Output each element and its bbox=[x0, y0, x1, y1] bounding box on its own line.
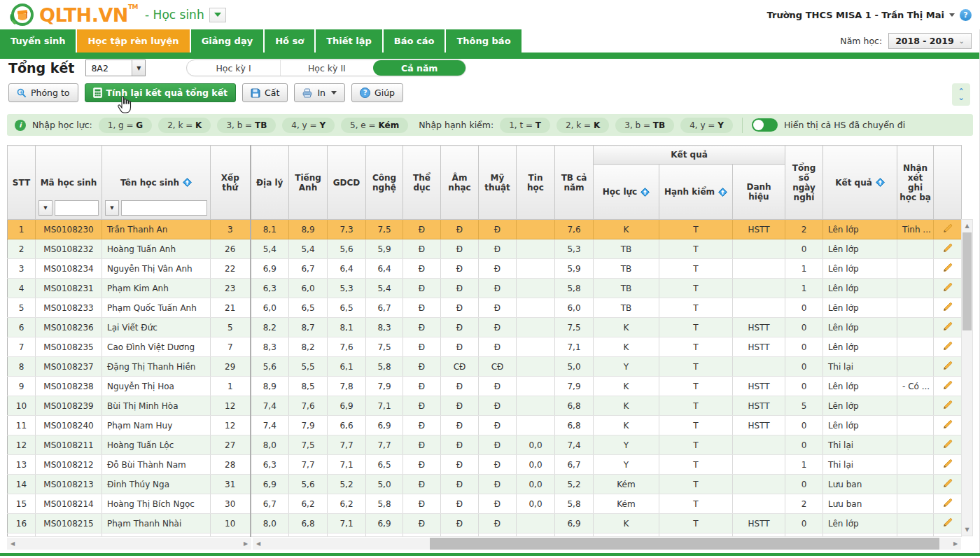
module-dropdown-button[interactable] bbox=[209, 8, 226, 22]
table-row[interactable]: 1MS0108230Trần Thanh An38,18,97,37,5ĐĐĐ7… bbox=[8, 220, 962, 239]
table-row[interactable]: 4MS0108231Phạm Kim Anh236,36,05,35,4ĐĐĐ5… bbox=[8, 279, 962, 298]
year-select[interactable]: 2018 - 2019⌄ bbox=[888, 33, 972, 49]
cell-edit[interactable] bbox=[934, 494, 962, 514]
table-row[interactable]: 8MS0108237Đặng Thị Thanh Hiền295,65,56,1… bbox=[8, 357, 962, 377]
cell-edit[interactable] bbox=[934, 239, 962, 259]
cell-edit[interactable] bbox=[934, 455, 962, 475]
cell-edit[interactable] bbox=[934, 298, 962, 318]
cell-edit[interactable] bbox=[934, 318, 962, 337]
edit-pencil-icon[interactable] bbox=[942, 458, 953, 469]
class-select[interactable]: 8A2 ▼ bbox=[85, 60, 146, 76]
cell-edit[interactable] bbox=[934, 435, 962, 455]
segment-option[interactable]: Cả năm bbox=[373, 60, 465, 76]
collapse-expand-button[interactable]: ⌃⌄ bbox=[952, 83, 970, 106]
edit-pencil-icon[interactable] bbox=[942, 262, 953, 273]
cell-edit[interactable] bbox=[934, 396, 962, 416]
scroll-left-arrow[interactable]: ◀ bbox=[253, 538, 264, 550]
col-header-gdcd[interactable]: GDCD bbox=[328, 146, 366, 220]
edit-pencil-icon[interactable] bbox=[942, 301, 953, 312]
edit-pencil-icon[interactable] bbox=[942, 517, 953, 528]
col-header-xep-thu[interactable]: Xếp thứ bbox=[211, 146, 251, 220]
col-header-my-thuat[interactable]: Mỹ thuật bbox=[479, 146, 517, 220]
col-header-tin-hoc[interactable]: Tin học bbox=[517, 146, 555, 220]
table-row[interactable]: 3MS0108234Nguyễn Thị Vân Anh226,96,76,46… bbox=[8, 259, 962, 279]
edit-pencil-icon[interactable] bbox=[942, 223, 953, 234]
scroll-left-arrow[interactable]: ◀ bbox=[7, 538, 18, 550]
edit-pencil-icon[interactable] bbox=[942, 321, 953, 332]
scroll-right-arrow[interactable]: ▶ bbox=[950, 538, 961, 550]
cell-edit[interactable] bbox=[934, 416, 962, 435]
cell-edit[interactable] bbox=[934, 220, 962, 239]
col-header-the-duc[interactable]: Thể dục bbox=[403, 146, 441, 220]
cell-edit[interactable] bbox=[934, 259, 962, 279]
table-row-partial[interactable] bbox=[8, 533, 962, 537]
table-row[interactable]: 12MS0108211Hoàng Tuấn Lộc278,07,57,77,7Đ… bbox=[8, 435, 962, 455]
scroll-up-arrow[interactable]: ▲ bbox=[962, 221, 972, 231]
table-row[interactable]: 16MS0108215Phạm Thanh Nhài108,06,87,16,9… bbox=[8, 514, 962, 533]
col-header-ma-hoc-sinh[interactable]: Mã học sinh▼ bbox=[36, 146, 102, 220]
col-header-ket-qua[interactable]: Kết quả bbox=[823, 146, 897, 220]
table-row[interactable]: 11MS0108240Phạm Nam Huy127,47,96,66,9ĐĐĐ… bbox=[8, 416, 962, 435]
col-header-tb-ca-nam[interactable]: TB cả năm bbox=[555, 146, 594, 220]
col-header-am-nhac[interactable]: Âm nhạc bbox=[441, 146, 479, 220]
frozen-pane-hscrollbar[interactable]: ◀ ▶ bbox=[7, 538, 251, 550]
table-row[interactable]: 15MS0108214Hoàng Thị Bích Ngọc306,76,26,… bbox=[8, 494, 962, 514]
help-icon[interactable]: ? bbox=[960, 9, 972, 21]
col-header-tieng-anh[interactable]: Tiếng Anh bbox=[289, 146, 328, 220]
vertical-scrollbar[interactable]: ▲ ▼ bbox=[961, 219, 973, 536]
edit-pencil-icon[interactable] bbox=[942, 497, 953, 508]
save-button[interactable]: Cất bbox=[242, 83, 288, 102]
nav-tab[interactable]: Báo cáo bbox=[384, 29, 445, 53]
table-row[interactable]: 10MS0108239Bùi Thị Minh Hòa127,47,66,97,… bbox=[8, 396, 962, 416]
table-row[interactable]: 7MS0108235Cao Đình Việt Dương78,38,27,67… bbox=[8, 337, 962, 357]
filter-dropdown-button[interactable]: ▼ bbox=[105, 200, 119, 216]
table-row[interactable]: 2MS0108232Hoàng Tuấn Anh265,45,45,65,9ĐĐ… bbox=[8, 239, 962, 259]
school-user-label[interactable]: Trường THCS MISA 1 - Trần Thị Mai bbox=[767, 10, 944, 20]
recalculate-button[interactable]: Tính lại kết quả tổng kết bbox=[85, 83, 237, 102]
col-header-stt[interactable]: STT bbox=[8, 146, 36, 220]
edit-pencil-icon[interactable] bbox=[942, 419, 953, 430]
cell-edit[interactable] bbox=[934, 279, 962, 298]
col-header-tong-so-ngay-nghi[interactable]: Tổng số ngày nghỉ bbox=[785, 146, 823, 220]
segment-option[interactable]: Học kỳ II bbox=[281, 60, 373, 76]
col-header-edit[interactable] bbox=[934, 146, 962, 220]
col-header-hoc-luc[interactable]: Học lực bbox=[594, 165, 659, 220]
edit-pencil-icon[interactable] bbox=[942, 360, 953, 371]
col-header-dia-ly[interactable]: Địa lý bbox=[251, 146, 289, 220]
scroll-down-arrow[interactable]: ▼ bbox=[962, 524, 972, 535]
edit-pencil-icon[interactable] bbox=[942, 281, 953, 293]
horizontal-scroll-thumb[interactable] bbox=[430, 538, 939, 550]
col-header-hanh-kiem[interactable]: Hạnh kiểm bbox=[659, 165, 733, 220]
col-header-nhan-xet[interactable]: Nhận xét ghi học bạ bbox=[897, 146, 934, 220]
filter-input[interactable] bbox=[55, 200, 99, 216]
print-button[interactable]: In bbox=[294, 83, 345, 102]
cell-edit[interactable] bbox=[934, 337, 962, 357]
table-row[interactable]: 6MS0108236Lại Viết Đức58,28,78,18,3ĐĐĐ7,… bbox=[8, 318, 962, 337]
table-row[interactable]: 9MS0108238Nguyễn Thị Hoa18,98,57,87,9ĐĐĐ… bbox=[8, 377, 962, 396]
filter-input[interactable] bbox=[121, 200, 207, 216]
edit-pencil-icon[interactable] bbox=[942, 242, 953, 253]
cell-edit[interactable] bbox=[934, 377, 962, 396]
scroll-right-arrow[interactable]: ▶ bbox=[240, 538, 251, 550]
nav-tab[interactable]: Thông báo bbox=[446, 29, 521, 53]
table-row[interactable]: 5MS0108233Phạm Quốc Tuấn Anh216,06,56,56… bbox=[8, 298, 962, 318]
table-row[interactable]: 14MS0108213Đinh Thúy Nga316,95,65,25,0ĐĐ… bbox=[8, 475, 962, 494]
cell-edit[interactable] bbox=[934, 357, 962, 377]
nav-tab[interactable]: Tuyển sinh bbox=[0, 29, 76, 53]
show-transferred-toggle[interactable] bbox=[752, 118, 778, 132]
edit-pencil-icon[interactable] bbox=[942, 340, 953, 351]
nav-tab[interactable]: Thiết lập bbox=[316, 29, 382, 53]
col-header-cong-nghe[interactable]: Công nghệ bbox=[366, 146, 403, 220]
edit-pencil-icon[interactable] bbox=[942, 399, 953, 410]
nav-tab[interactable]: Học tập rèn luyện bbox=[77, 29, 189, 53]
edit-pencil-icon[interactable] bbox=[942, 477, 953, 489]
cell-edit[interactable] bbox=[934, 475, 962, 494]
edit-pencil-icon[interactable] bbox=[942, 438, 953, 449]
vertical-scroll-thumb[interactable] bbox=[962, 232, 972, 330]
edit-pencil-icon[interactable] bbox=[942, 379, 953, 391]
segment-option[interactable]: Học kỳ I bbox=[187, 60, 280, 76]
col-header-danh-hieu[interactable]: Danh hiệu bbox=[733, 165, 785, 220]
col-header-ten-hoc-sinh[interactable]: Tên học sinh▼ bbox=[102, 146, 211, 220]
table-row[interactable]: 13MS0108212Đỗ Bùi Thành Nam286,37,77,16,… bbox=[8, 455, 962, 475]
help-button[interactable]: ? Giúp bbox=[351, 83, 403, 102]
